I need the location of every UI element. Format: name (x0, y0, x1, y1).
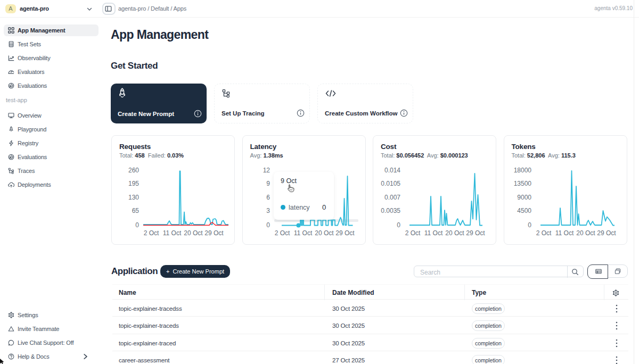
svg-text:0.007: 0.007 (384, 194, 400, 201)
svg-text:29 Oct: 29 Oct (204, 229, 224, 237)
svg-text:4500: 4500 (517, 207, 531, 214)
svg-text:260: 260 (128, 167, 139, 174)
svg-text:11 Oct: 11 Oct (424, 229, 443, 237)
svg-text:20 Oct: 20 Oct (184, 229, 203, 237)
svg-text:0.0035: 0.0035 (381, 207, 400, 214)
svg-text:11 Oct: 11 Oct (163, 229, 182, 237)
svg-text:29 Oct: 29 Oct (597, 229, 616, 237)
svg-text:0: 0 (397, 221, 400, 229)
svg-text:195: 195 (128, 180, 139, 187)
svg-text:3: 3 (266, 207, 270, 214)
svg-text:0.014: 0.014 (384, 167, 400, 174)
svg-text:6: 6 (266, 194, 270, 201)
svg-text:0: 0 (528, 221, 531, 229)
svg-text:2 Oct: 2 Oct (144, 229, 159, 237)
svg-text:20 Oct: 20 Oct (576, 229, 595, 237)
svg-text:20 Oct: 20 Oct (315, 229, 334, 237)
svg-text:9: 9 (266, 180, 270, 187)
svg-text:29 Oct: 29 Oct (466, 229, 485, 237)
svg-text:65: 65 (132, 207, 140, 214)
svg-text:11 Oct: 11 Oct (293, 229, 312, 237)
svg-text:13500: 13500 (513, 180, 531, 187)
svg-text:0: 0 (266, 221, 270, 229)
svg-text:29 Oct: 29 Oct (335, 229, 355, 237)
svg-text:9000: 9000 (517, 194, 531, 201)
svg-text:130: 130 (128, 194, 139, 201)
svg-text:12: 12 (263, 167, 270, 174)
svg-text:0: 0 (135, 221, 139, 229)
svg-text:20 Oct: 20 Oct (445, 229, 464, 237)
svg-text:2 Oct: 2 Oct (536, 229, 551, 237)
svg-text:11 Oct: 11 Oct (555, 229, 574, 237)
svg-text:2 Oct: 2 Oct (274, 229, 290, 237)
svg-text:18000: 18000 (513, 167, 531, 174)
svg-text:0.0105: 0.0105 (381, 180, 400, 187)
svg-text:2 Oct: 2 Oct (405, 229, 421, 237)
